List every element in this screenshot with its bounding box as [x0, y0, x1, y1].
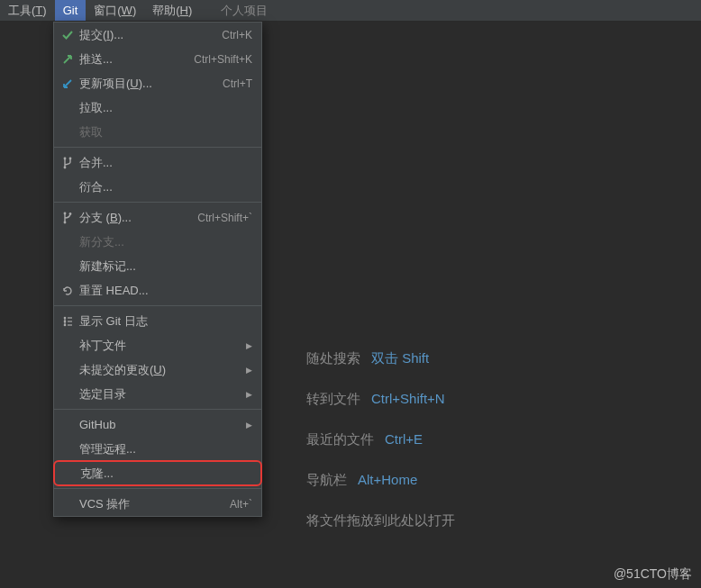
menu-item-拉取[interactable]: 拉取... [54, 95, 261, 120]
menu-item-github[interactable]: GitHub▶ [54, 412, 261, 437]
menu-item-衍合[interactable]: 衍合... [54, 175, 261, 199]
menu-item-补丁文件[interactable]: 补丁文件▶ [54, 333, 261, 357]
menu-item-未提交的更改u[interactable]: 未提交的更改(U)▶ [54, 357, 261, 382]
reset-icon [59, 284, 76, 298]
chevron-right-icon: ▶ [246, 421, 252, 430]
menu-label: 新建标记... [79, 258, 252, 275]
menu-shortcut: Alt+` [230, 498, 252, 511]
menu-shortcut: Ctrl+K [222, 29, 252, 41]
push-icon [59, 52, 76, 67]
menu-item-克隆[interactable]: 克隆... [53, 460, 262, 486]
shortcut-shift: 双击 Shift [371, 350, 429, 367]
menu-item-显示git日志[interactable]: 显示 Git 日志 [54, 309, 261, 333]
menu-separator [54, 147, 261, 148]
menu-label: GitHub [79, 418, 239, 431]
menu-item-vcs操作[interactable]: VCS 操作Alt+` [54, 492, 261, 516]
svg-point-3 [64, 212, 67, 214]
svg-point-0 [64, 157, 67, 159]
menu-label: 显示 Git 日志 [79, 313, 252, 330]
menu-item-更新项目u[interactable]: 更新项目(U)...Ctrl+T [54, 71, 261, 95]
shortcut-recent: Ctrl+E [385, 431, 423, 447]
menu-label: 未提交的更改(U) [79, 362, 239, 378]
menu-label: 选定目录 [79, 386, 239, 403]
menu-label: 合并... [79, 155, 252, 171]
menu-label: 衍合... [79, 179, 252, 195]
check-icon [59, 28, 76, 42]
menu-tools[interactable]: 工具(T) [0, 0, 55, 21]
menu-label: 克隆... [80, 466, 251, 482]
welcome-nav: 导航栏 Alt+Home [306, 472, 455, 489]
menu-label: 拉取... [79, 100, 252, 116]
menu-git[interactable]: Git [55, 0, 86, 21]
chevron-right-icon: ▶ [246, 366, 252, 375]
welcome-drag: 将文件拖放到此处以打开 [306, 512, 455, 529]
blank-icon [59, 259, 76, 274]
menu-item-管理远程[interactable]: 管理远程... [54, 437, 261, 461]
menu-shortcut: Ctrl+Shift+` [197, 212, 252, 224]
menu-item-选定目录[interactable]: 选定目录▶ [54, 382, 261, 406]
blank-icon [59, 339, 76, 353]
welcome-panel: 随处搜索 双击 Shift 转到文件 Ctrl+Shift+N 最近的文件 Ct… [306, 350, 455, 553]
menu-separator [54, 488, 261, 489]
blank-icon [59, 101, 76, 115]
welcome-search: 随处搜索 双击 Shift [306, 350, 455, 367]
menu-label: 提交(I)... [79, 27, 214, 43]
menu-item-提交i[interactable]: 提交(I)...Ctrl+K [54, 23, 261, 47]
menu-item-分支b[interactable]: 分支 (B)...Ctrl+Shift+` [54, 205, 261, 230]
menu-label: 管理远程... [79, 441, 252, 457]
menu-window[interactable]: 窗口(W) [86, 0, 144, 21]
menu-label: 获取 [79, 124, 252, 140]
blank-icon [59, 387, 76, 402]
menu-separator [54, 202, 261, 203]
git-dropdown: 提交(I)...Ctrl+K推送...Ctrl+Shift+K更新项目(U)..… [53, 22, 262, 517]
welcome-recent: 最近的文件 Ctrl+E [306, 431, 455, 448]
shortcut-nav: Alt+Home [358, 472, 417, 487]
menu-label: VCS 操作 [79, 496, 223, 512]
chevron-right-icon: ▶ [246, 341, 252, 350]
menu-item-获取: 获取 [54, 120, 261, 144]
menu-separator [54, 409, 261, 410]
branch-icon [59, 211, 76, 225]
blank-icon [60, 466, 77, 481]
blank-icon [59, 442, 76, 457]
svg-point-2 [64, 166, 67, 168]
menu-item-推送[interactable]: 推送...Ctrl+Shift+K [54, 47, 261, 71]
chevron-right-icon: ▶ [246, 390, 252, 399]
menu-label: 推送... [79, 51, 187, 68]
menubar: 工具(T) Git 窗口(W) 帮助(H) 个人项目 [0, 0, 701, 22]
menu-separator [54, 305, 261, 306]
menu-shortcut: Ctrl+T [223, 77, 252, 90]
menu-shortcut: Ctrl+Shift+K [194, 53, 252, 66]
menu-label: 新分支... [79, 234, 252, 250]
menu-label: 分支 (B)... [79, 210, 190, 226]
menu-label: 重置 HEAD... [79, 283, 252, 299]
welcome-gotofile: 转到文件 Ctrl+Shift+N [306, 391, 455, 408]
update-icon [59, 77, 76, 91]
svg-point-5 [69, 213, 72, 215]
menu-item-新分支: 新分支... [54, 230, 261, 254]
blank-icon [59, 497, 76, 511]
project-name: 个人项目 [213, 0, 276, 21]
menu-item-合并[interactable]: 合并... [54, 150, 261, 175]
menu-label: 补丁文件 [79, 338, 239, 354]
blank-icon [59, 418, 76, 432]
blank-icon [59, 180, 76, 194]
svg-point-1 [69, 157, 72, 159]
shortcut-goto: Ctrl+Shift+N [371, 391, 445, 406]
watermark: @51CTO博客 [614, 566, 692, 583]
menu-item-新建标记[interactable]: 新建标记... [54, 254, 261, 278]
log-icon [59, 314, 76, 329]
merge-icon [59, 156, 76, 170]
menu-help[interactable]: 帮助(H) [144, 0, 200, 21]
menu-item-重置head[interactable]: 重置 HEAD... [54, 278, 261, 303]
menu-label: 更新项目(U)... [79, 76, 215, 92]
blank-icon [59, 363, 76, 377]
blank-icon [59, 125, 76, 140]
svg-point-4 [64, 221, 67, 223]
blank-icon [59, 235, 76, 249]
